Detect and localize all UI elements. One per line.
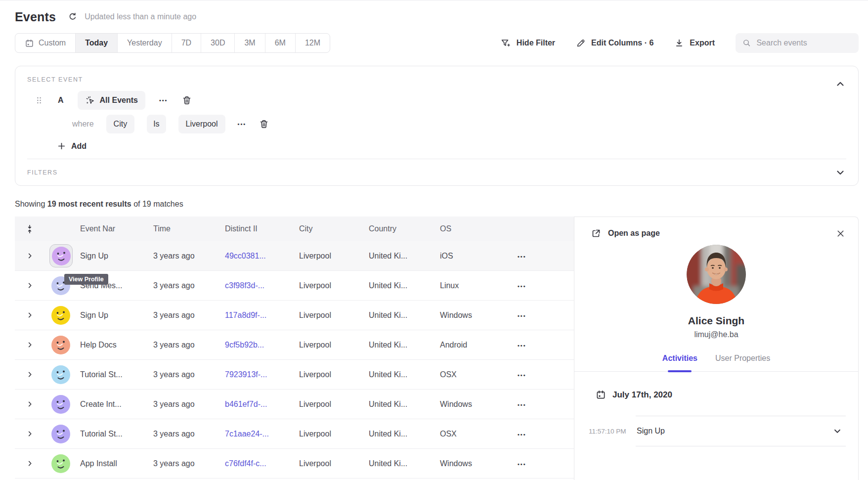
search-input[interactable] bbox=[756, 39, 852, 47]
table-row[interactable]: App Install 3 years ago c76fdf4f-c... Li… bbox=[15, 449, 574, 479]
delete-filter-button[interactable] bbox=[259, 119, 269, 130]
column-header-time: Time bbox=[151, 224, 223, 233]
refresh-button[interactable] bbox=[68, 12, 78, 22]
row-actions-button[interactable]: ••• bbox=[518, 372, 526, 378]
city-cell: Liverpool bbox=[297, 311, 367, 320]
row-actions-button[interactable]: ••• bbox=[518, 254, 526, 260]
open-as-page-button[interactable]: Open as page bbox=[591, 228, 660, 239]
events-page: Events Updated less than a minute ago Cu… bbox=[0, 0, 868, 480]
row-actions-button[interactable]: ••• bbox=[518, 432, 526, 437]
row-actions-button[interactable]: ••• bbox=[518, 461, 526, 467]
tab-user-properties[interactable]: User Properties bbox=[715, 354, 770, 371]
sort-arrows-icon bbox=[25, 224, 34, 234]
property-label: City bbox=[114, 120, 128, 129]
column-header-event: Event Nar bbox=[78, 224, 151, 233]
export-button[interactable]: Export bbox=[674, 38, 715, 48]
add-event-button[interactable]: Add bbox=[57, 141, 87, 151]
expand-row-button[interactable] bbox=[15, 460, 44, 467]
activity-item: 11:57:10 PM Sign Up bbox=[574, 416, 858, 446]
avatar[interactable] bbox=[51, 306, 70, 325]
tab-3m[interactable]: 3M bbox=[234, 34, 264, 52]
all-events-chip[interactable]: All Events bbox=[78, 91, 145, 110]
tab-6m[interactable]: 6M bbox=[265, 34, 295, 52]
operator-chip[interactable]: Is bbox=[147, 115, 166, 133]
avatar[interactable] bbox=[51, 365, 70, 384]
close-panel-button[interactable] bbox=[836, 229, 845, 238]
collapse-all-rows-button[interactable] bbox=[15, 224, 44, 234]
avatar-face-icon bbox=[51, 395, 70, 414]
row-actions-button[interactable]: ••• bbox=[518, 343, 526, 349]
filters-section[interactable]: FILTERS bbox=[15, 159, 858, 185]
distinct-id-link[interactable]: 7923913f-... bbox=[223, 370, 297, 379]
table-row[interactable]: Tutorial St... 3 years ago 7c1aae24-... … bbox=[15, 419, 574, 449]
tab-custom[interactable]: Custom bbox=[15, 34, 75, 52]
activity-event-label: Sign Up bbox=[637, 427, 665, 436]
filters-label: FILTERS bbox=[27, 169, 835, 176]
avatar[interactable] bbox=[51, 425, 70, 443]
property-chip[interactable]: City bbox=[106, 115, 135, 133]
distinct-id-link[interactable]: c76fdf4f-c... bbox=[223, 459, 297, 468]
avatar[interactable] bbox=[51, 395, 70, 414]
expand-row-button[interactable] bbox=[15, 311, 44, 319]
distinct-id-link[interactable]: 117a8d9f-... bbox=[223, 311, 297, 320]
calendar-icon bbox=[596, 390, 606, 400]
hide-filter-button[interactable]: Hide Filter bbox=[500, 38, 555, 48]
expand-row-button[interactable] bbox=[15, 430, 44, 437]
expand-row-button[interactable] bbox=[15, 252, 44, 260]
tab-activities[interactable]: Activities bbox=[662, 354, 697, 371]
clause-letter: A bbox=[58, 96, 64, 105]
avatar[interactable] bbox=[52, 247, 71, 265]
time-cell: 3 years ago bbox=[151, 459, 223, 468]
edit-columns-button[interactable]: Edit Columns · 6 bbox=[576, 38, 653, 48]
table-row[interactable]: Help Docs 3 years ago 9cf5b92b... Liverp… bbox=[15, 330, 574, 360]
page-title: Events bbox=[15, 10, 56, 24]
expand-row-button[interactable] bbox=[15, 341, 44, 349]
tab-7d[interactable]: 7D bbox=[172, 34, 201, 52]
country-cell: United Ki... bbox=[367, 281, 438, 290]
tab-label: 12M bbox=[305, 39, 320, 47]
chevron-right-icon bbox=[26, 460, 34, 467]
distinct-id-link[interactable]: 7c1aae24-... bbox=[223, 430, 297, 438]
distinct-id-link[interactable]: c3f98f3d-... bbox=[223, 281, 297, 290]
value-chip[interactable]: Liverpool bbox=[178, 115, 225, 133]
table-row[interactable]: Create Int... 3 years ago b461ef7d-... L… bbox=[15, 390, 574, 419]
table-row[interactable]: Tutorial St... 3 years ago 7923913f-... … bbox=[15, 360, 574, 390]
calendar-icon bbox=[25, 39, 34, 48]
activity-date-row: July 17th, 2020 bbox=[596, 390, 858, 400]
avatar[interactable] bbox=[51, 454, 70, 473]
distinct-id-link[interactable]: b461ef7d-... bbox=[223, 400, 297, 409]
chevron-down-icon[interactable] bbox=[835, 168, 845, 177]
country-cell: United Ki... bbox=[367, 400, 438, 409]
value-label: Liverpool bbox=[186, 120, 218, 129]
row-actions-button[interactable]: ••• bbox=[518, 313, 526, 319]
expand-row-button[interactable] bbox=[15, 400, 44, 408]
avatar[interactable] bbox=[51, 336, 70, 354]
collapse-section-button[interactable] bbox=[835, 79, 845, 89]
filter-options-button[interactable]: ••• bbox=[238, 121, 247, 127]
delete-event-button[interactable] bbox=[181, 95, 192, 106]
chevron-right-icon bbox=[26, 252, 34, 260]
tab-label: User Properties bbox=[715, 354, 770, 362]
event-options-button[interactable]: ••• bbox=[159, 97, 168, 103]
distinct-id-link[interactable]: 9cf5b92b... bbox=[223, 341, 297, 349]
event-name-cell: Create Int... bbox=[78, 400, 151, 409]
tab-12m[interactable]: 12M bbox=[295, 34, 330, 52]
tab-today[interactable]: Today bbox=[75, 34, 117, 52]
row-actions-button[interactable]: ••• bbox=[518, 283, 526, 289]
drag-handle[interactable] bbox=[34, 95, 44, 105]
expand-row-button[interactable] bbox=[15, 282, 44, 289]
row-actions-button[interactable]: ••• bbox=[518, 402, 526, 408]
distinct-id-link[interactable]: 49cc0381... bbox=[223, 252, 297, 261]
query-builder-card: SELECT EVENT A All Events ••• where City… bbox=[15, 66, 859, 186]
time-cell: 3 years ago bbox=[151, 252, 223, 261]
tab-30d[interactable]: 30D bbox=[201, 34, 234, 52]
tab-yesterday[interactable]: Yesterday bbox=[117, 34, 172, 52]
table-row[interactable]: Sign Up 3 years ago 49cc0381... Liverpoo… bbox=[15, 241, 574, 271]
activity-event-dropdown[interactable]: Sign Up bbox=[636, 416, 846, 446]
trash-icon bbox=[259, 119, 269, 130]
where-word: where bbox=[72, 120, 94, 129]
expand-row-button[interactable] bbox=[15, 371, 44, 378]
panel-header: Open as page bbox=[574, 217, 858, 239]
table-row[interactable]: Sign Up 3 years ago 117a8d9f-... Liverpo… bbox=[15, 301, 574, 330]
city-cell: Liverpool bbox=[297, 281, 367, 290]
